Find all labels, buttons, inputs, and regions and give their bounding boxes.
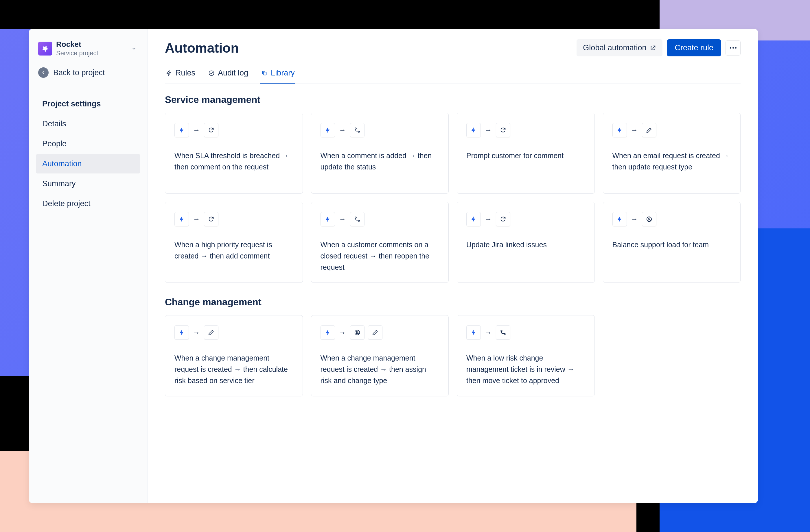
action-branch-icon — [350, 123, 364, 137]
rule-card[interactable]: → Balance support load for team — [603, 202, 741, 283]
section-title-change: Change management — [165, 297, 741, 307]
rule-card[interactable]: → When a low risk change management tick… — [457, 315, 595, 396]
trigger-lightning-icon — [321, 212, 335, 227]
svg-point-5 — [358, 220, 360, 221]
rule-description: When a low risk change management ticket… — [466, 352, 585, 386]
rule-description: Prompt customer for comment — [466, 150, 585, 161]
action-refresh-icon — [204, 212, 218, 227]
create-rule-button[interactable]: Create rule — [667, 39, 721, 56]
nav-details[interactable]: Details — [36, 114, 140, 134]
arrow-icon: → — [631, 126, 638, 134]
arrow-icon: → — [631, 215, 638, 223]
project-switcher[interactable]: Rocket Service project — [36, 37, 140, 62]
sidebar-nav: Project settings Details People Automati… — [36, 94, 140, 213]
rule-description: When a customer comments on a closed req… — [321, 239, 439, 273]
action-person-icon — [350, 325, 364, 340]
arrow-icon: → — [193, 215, 200, 223]
external-link-icon — [650, 45, 656, 51]
trigger-lightning-icon — [175, 123, 189, 137]
action-branch-icon — [350, 212, 364, 227]
rule-description: Balance support load for team — [612, 239, 731, 250]
card-grid-change: → When a change management request is cr… — [165, 315, 741, 396]
action-pencil-icon — [642, 123, 657, 137]
rule-description: Update Jira linked issues — [466, 239, 585, 250]
nav-delete-project[interactable]: Delete project — [36, 194, 140, 213]
rule-card[interactable]: → When a customer comments on a closed r… — [311, 202, 449, 283]
rule-card[interactable]: → When an email request is created → the… — [603, 113, 741, 194]
copy-icon — [261, 70, 268, 77]
rule-card[interactable]: → When a change management request is cr… — [165, 315, 303, 396]
rule-description: When a comment is added → then update th… — [321, 150, 439, 172]
global-automation-link[interactable]: Global automation — [577, 39, 662, 56]
section-title-service: Service management — [165, 94, 741, 105]
nav-summary[interactable]: Summary — [36, 174, 140, 194]
action-refresh-icon — [496, 123, 510, 137]
chevron-down-icon — [131, 46, 137, 51]
rule-card[interactable]: → Prompt customer for comment — [457, 113, 595, 194]
back-to-project[interactable]: Back to project — [36, 62, 140, 86]
rule-description: When a change management request is crea… — [175, 352, 293, 386]
action-refresh-icon — [204, 123, 218, 137]
rule-description: When a high priority request is created … — [175, 239, 293, 262]
back-arrow-icon — [38, 67, 49, 78]
arrow-icon: → — [339, 126, 346, 134]
project-avatar — [38, 41, 52, 55]
rule-card[interactable]: → When a change management request is cr… — [311, 315, 449, 396]
svg-point-3 — [358, 131, 360, 132]
action-refresh-icon — [496, 212, 510, 227]
rule-card[interactable]: → When SLA threshold is breached → then … — [165, 113, 303, 194]
svg-point-0 — [209, 70, 214, 76]
trigger-lightning-icon — [321, 123, 335, 137]
action-branch-icon — [496, 325, 510, 340]
nav-people[interactable]: People — [36, 134, 140, 153]
rule-card[interactable]: → Update Jira linked issues — [457, 202, 595, 283]
trigger-lightning-icon — [612, 212, 627, 227]
rule-card[interactable]: → When a high priority request is create… — [165, 202, 303, 283]
arrow-icon: → — [485, 126, 492, 134]
more-icon — [730, 47, 736, 49]
svg-point-2 — [355, 128, 356, 129]
arrow-icon: → — [193, 329, 200, 336]
trigger-lightning-icon — [466, 325, 481, 340]
nav-automation[interactable]: Automation — [36, 154, 140, 173]
sidebar: Rocket Service project Back to project P… — [29, 29, 148, 503]
more-actions-button[interactable] — [726, 40, 741, 55]
svg-point-7 — [648, 218, 650, 219]
trigger-lightning-icon — [175, 212, 189, 227]
project-name: Rocket — [56, 40, 98, 49]
action-pencil-icon — [204, 325, 218, 340]
tabs: Rules Audit log Library — [165, 65, 741, 84]
trigger-lightning-icon — [175, 325, 189, 340]
svg-rect-1 — [263, 72, 266, 75]
arrow-icon: → — [485, 329, 492, 336]
app-window: Rocket Service project Back to project P… — [29, 29, 758, 503]
rule-description: When SLA threshold is breached → then co… — [175, 150, 293, 172]
main-content: Automation Global automation Create rule — [148, 29, 758, 503]
rule-card[interactable]: → When a comment is added → then update … — [311, 113, 449, 194]
card-grid-service: → When SLA threshold is breached → then … — [165, 113, 741, 283]
arrow-icon: → — [193, 126, 200, 134]
arrow-icon: → — [339, 329, 346, 336]
trigger-lightning-icon — [612, 123, 627, 137]
trigger-lightning-icon — [321, 325, 335, 340]
back-label: Back to project — [53, 68, 105, 77]
rule-description: When a change management request is crea… — [321, 352, 439, 386]
rule-description: When an email request is created → then … — [612, 150, 731, 172]
trigger-lightning-icon — [466, 123, 481, 137]
nav-project-settings[interactable]: Project settings — [36, 94, 140, 114]
svg-point-9 — [356, 331, 358, 333]
trigger-lightning-icon — [466, 212, 481, 227]
svg-point-11 — [504, 333, 505, 335]
svg-point-10 — [501, 330, 502, 332]
tab-rules[interactable]: Rules — [165, 65, 196, 84]
check-circle-icon — [208, 70, 215, 77]
svg-point-4 — [355, 217, 356, 218]
arrow-icon: → — [485, 215, 492, 223]
tab-audit-log[interactable]: Audit log — [207, 65, 249, 84]
page-title: Automation — [165, 40, 239, 56]
project-type: Service project — [56, 49, 98, 57]
lightning-icon — [165, 70, 173, 77]
action-person-icon — [642, 212, 657, 227]
tab-library[interactable]: Library — [260, 65, 295, 84]
action-pencil-icon — [368, 325, 383, 340]
